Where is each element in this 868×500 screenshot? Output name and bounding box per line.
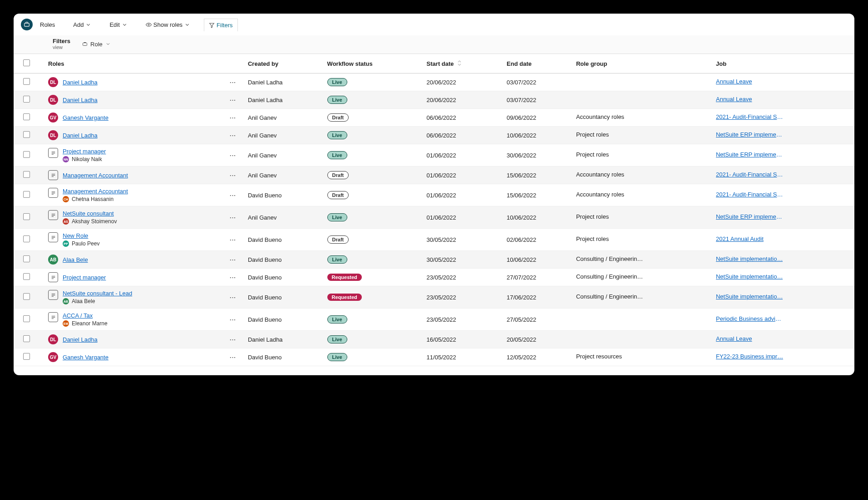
role-group-cell: Project roles (576, 131, 609, 138)
role-icon (48, 170, 58, 180)
table-row[interactable]: Project manager···David BuenoRequested23… (14, 269, 854, 286)
table-row[interactable]: ACCA / TaxEMEleanor Marne···David BuenoL… (14, 309, 854, 331)
job-link[interactable]: NetSuite ERP implemen… (716, 213, 784, 220)
table-row[interactable]: Management AccountantCHChetna Hassanin··… (14, 184, 854, 206)
row-actions-menu[interactable]: ··· (230, 172, 236, 179)
row-checkbox[interactable] (23, 151, 30, 158)
job-link[interactable]: 2021- Audit-Financial St… (716, 191, 784, 198)
col-job[interactable]: Job (712, 54, 854, 74)
show-roles-menu[interactable]: Show roles (141, 19, 195, 31)
row-actions-menu[interactable]: ··· (230, 152, 236, 159)
job-link[interactable]: NetSuite implementatio… (716, 273, 783, 280)
table-row[interactable]: DLDaniel Ladha···Daniel LadhaLive16/05/2… (14, 331, 854, 348)
row-actions-menu[interactable]: ··· (230, 236, 236, 243)
col-group[interactable]: Role group (572, 54, 712, 74)
row-actions-menu[interactable]: ··· (230, 214, 236, 221)
row-checkbox[interactable] (23, 78, 30, 85)
row-checkbox[interactable] (23, 335, 30, 342)
row-checkbox[interactable] (23, 96, 30, 103)
col-start[interactable]: Start date (423, 54, 503, 74)
role-link[interactable]: ACCA / Tax (63, 312, 93, 319)
role-link[interactable]: New Role (63, 232, 88, 239)
row-actions-menu[interactable]: ··· (230, 336, 236, 343)
row-actions-menu[interactable]: ··· (230, 354, 236, 361)
role-link[interactable]: NetSuite consultant (63, 210, 114, 217)
role-link[interactable]: Management Accountant (63, 188, 128, 195)
select-all-checkbox[interactable] (23, 59, 30, 66)
table-row[interactable]: NetSuite consultantASAkshay Stoimenov···… (14, 206, 854, 229)
row-actions-menu[interactable]: ··· (230, 97, 236, 103)
created-by-cell: David Bueno (244, 251, 324, 269)
svg-point-1 (148, 24, 149, 25)
end-date-cell: 09/06/2022 (503, 109, 572, 127)
col-end[interactable]: End date (503, 54, 572, 74)
job-link[interactable]: 2021 Annual Audit (716, 235, 764, 242)
add-label: Add (73, 21, 84, 28)
row-checkbox[interactable] (23, 353, 30, 360)
table-row[interactable]: GVGanesh Vargante···Anil GanevDraft06/06… (14, 109, 854, 127)
table-row[interactable]: New RolePPPaulo Peev···David BuenoDraft3… (14, 229, 854, 251)
role-link[interactable]: Daniel Ladha (63, 336, 98, 343)
role-link[interactable]: NetSuite consultant - Lead (63, 290, 132, 297)
role-link[interactable]: Daniel Ladha (63, 97, 98, 103)
table-row[interactable]: Management Accountant···Anil GanevDraft0… (14, 167, 854, 184)
role-link[interactable]: Project manager (63, 148, 106, 155)
job-link[interactable]: Periodic Business advis… (716, 315, 784, 322)
row-checkbox[interactable] (23, 113, 30, 120)
row-actions-menu[interactable]: ··· (230, 114, 236, 121)
job-link[interactable]: NetSuite ERP implemen… (716, 151, 784, 158)
job-link[interactable]: Annual Leave (716, 335, 752, 342)
job-link[interactable]: 2021- Audit-Financial St… (716, 113, 784, 120)
start-date-cell: 23/05/2022 (423, 269, 503, 286)
row-actions-menu[interactable]: ··· (230, 192, 236, 199)
add-menu[interactable]: Add (69, 19, 96, 31)
table-row[interactable]: NetSuite consultant - LeadABAlaa Bele···… (14, 286, 854, 309)
row-checkbox[interactable] (23, 273, 30, 280)
role-link[interactable]: Ganesh Vargante (63, 354, 108, 361)
job-link[interactable]: 2021- Audit-Financial St… (716, 171, 784, 178)
edit-menu[interactable]: Edit (105, 19, 132, 31)
col-status[interactable]: Workflow status (324, 54, 423, 74)
col-roles[interactable]: Roles (39, 54, 222, 74)
table-row[interactable]: DLDaniel Ladha···Daniel LadhaLive20/06/2… (14, 74, 854, 91)
role-link[interactable]: Daniel Ladha (63, 132, 98, 139)
role-link[interactable]: Project manager (63, 274, 106, 281)
table-row[interactable]: ABAlaa Bele···David BuenoLive30/05/20221… (14, 251, 854, 269)
row-actions-menu[interactable]: ··· (230, 132, 236, 139)
role-link[interactable]: Management Accountant (63, 172, 128, 179)
row-checkbox[interactable] (23, 255, 30, 262)
filters-tab[interactable]: Filters (204, 19, 237, 31)
table-row[interactable]: GVGanesh Vargante···David BuenoLive11/05… (14, 348, 854, 366)
row-actions-menu[interactable]: ··· (230, 274, 236, 281)
table-row[interactable]: Project managerNNNikolay Naik···Anil Gan… (14, 144, 854, 167)
role-link[interactable]: Ganesh Vargante (63, 114, 108, 121)
row-actions-menu[interactable]: ··· (230, 79, 236, 86)
created-by-cell: David Bueno (244, 229, 324, 251)
row-checkbox[interactable] (23, 131, 30, 138)
row-checkbox[interactable] (23, 213, 30, 220)
role-link[interactable]: Daniel Ladha (63, 79, 98, 86)
job-link[interactable]: NetSuite ERP implemen… (716, 131, 784, 138)
table-row[interactable]: DLDaniel Ladha···Daniel LadhaLive20/06/2… (14, 91, 854, 109)
table-row[interactable]: DLDaniel Ladha···Anil GanevLive06/06/202… (14, 127, 854, 144)
end-date-cell: 15/06/2022 (503, 167, 572, 184)
job-link[interactable]: NetSuite implementatio… (716, 293, 783, 300)
row-checkbox[interactable] (23, 293, 30, 300)
role-link[interactable]: Alaa Bele (63, 256, 88, 263)
role-filter-chip[interactable]: Role (79, 39, 114, 49)
role-icon (48, 210, 58, 220)
row-actions-menu[interactable]: ··· (230, 256, 236, 263)
row-actions-menu[interactable]: ··· (230, 316, 236, 323)
row-actions-menu[interactable]: ··· (230, 294, 236, 301)
row-checkbox[interactable] (23, 235, 30, 242)
job-link[interactable]: Annual Leave (716, 78, 752, 85)
job-link[interactable]: Annual Leave (716, 96, 752, 103)
job-link[interactable]: NetSuite implementatio… (716, 255, 783, 262)
col-created[interactable]: Created by (244, 54, 324, 74)
row-checkbox[interactable] (23, 315, 30, 322)
created-by-cell: Daniel Ladha (244, 74, 324, 91)
job-link[interactable]: FY22-23 Business impr… (716, 353, 783, 360)
row-checkbox[interactable] (23, 191, 30, 198)
row-checkbox[interactable] (23, 171, 30, 178)
start-date-cell: 01/06/2022 (423, 167, 503, 184)
